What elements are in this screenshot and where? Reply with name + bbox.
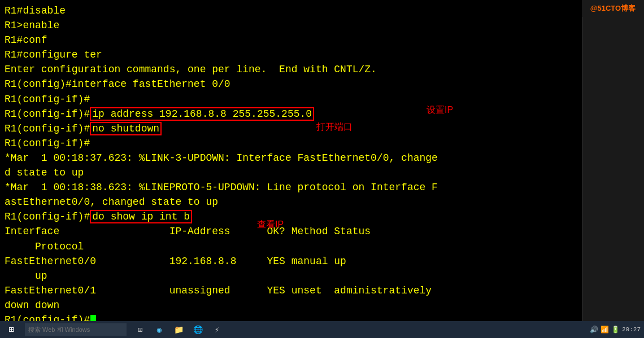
terminal-line: R1(config-if)# xyxy=(5,92,577,107)
taskbar-icon-4[interactable]: ⚡ xyxy=(209,322,225,337)
annotation-openport: 打开端口 xyxy=(316,121,353,133)
logo-text: @51CTO博客 xyxy=(585,3,641,14)
terminal-line: R1#disable xyxy=(5,3,577,18)
windows-icon: ⊞ xyxy=(8,324,14,335)
terminal-line: FastEthernet0/0 192.168.8.8 YES manual u… xyxy=(5,254,577,269)
battery-icon: 🔋 xyxy=(611,326,620,334)
taskbar: ⊞ ⊡ ◉ 📁 🌐 ⚡ 🔊 📶 🔋 20:27 xyxy=(0,321,644,338)
terminal-line: *Mar 1 00:18:38.623: %LINEPROTO-5-UPDOWN… xyxy=(5,180,577,195)
terminal: R1#disable R1>enable R1#conf R1#configur… xyxy=(0,0,582,322)
taskbar-icon-folder[interactable]: 📁 xyxy=(171,322,186,337)
taskbar-app-icons: ⊡ ◉ 📁 🌐 ⚡ xyxy=(132,322,225,337)
terminal-line: d state to up xyxy=(5,165,577,180)
taskbar-time: 20:27 xyxy=(622,326,641,333)
terminal-line: FastEthernet0/1 unassigned YES unset adm… xyxy=(5,283,577,298)
sidebar: @51CTO博客 xyxy=(582,0,644,322)
terminal-line-last: R1(config-if)# xyxy=(5,313,577,322)
terminal-line: R1#conf xyxy=(5,33,577,47)
terminal-line: Enter configuration commands, one per li… xyxy=(5,62,577,77)
terminal-line: astEthernet0/0, changed state to up xyxy=(5,195,577,209)
annotation-setip: 设置IP xyxy=(427,104,453,116)
network-icon: 🔊 xyxy=(590,326,598,334)
terminal-line: Interface IP-Address OK? Method Status xyxy=(5,224,577,239)
taskbar-icon-edge[interactable]: ◉ xyxy=(151,322,167,337)
terminal-line: up xyxy=(5,269,577,283)
terminal-line-shutdown: R1(config-if)#no shutdown xyxy=(5,121,577,136)
start-button[interactable]: ⊞ xyxy=(0,321,23,338)
taskbar-icon-3[interactable]: 🌐 xyxy=(190,322,206,337)
terminal-line: down down xyxy=(5,298,577,313)
search-input[interactable] xyxy=(25,323,127,336)
terminal-line: *Mar 1 00:18:37.623: %LINK-3-UPDOWN: Int… xyxy=(5,151,577,165)
terminal-line: R1#configure ter xyxy=(5,47,577,62)
taskbar-system-tray: 🔊 📶 🔋 20:27 xyxy=(590,326,644,334)
terminal-line: R1(config-if)# xyxy=(5,136,577,151)
terminal-line: Protocol xyxy=(5,239,577,254)
taskbar-icon-1[interactable]: ⊡ xyxy=(132,322,148,337)
terminal-line: R1>enable xyxy=(5,18,577,33)
volume-icon: 📶 xyxy=(601,326,609,334)
logo: @51CTO博客 xyxy=(582,0,644,17)
terminal-line-ip: R1(config-if)#ip address 192.168.8.8 255… xyxy=(5,107,577,121)
annotation-checkip: 查看IP xyxy=(257,219,284,231)
terminal-line-show: R1(config-if)#do show ip int b xyxy=(5,209,577,224)
terminal-line: R1(config)#interface fastEthernet 0/0 xyxy=(5,77,577,91)
